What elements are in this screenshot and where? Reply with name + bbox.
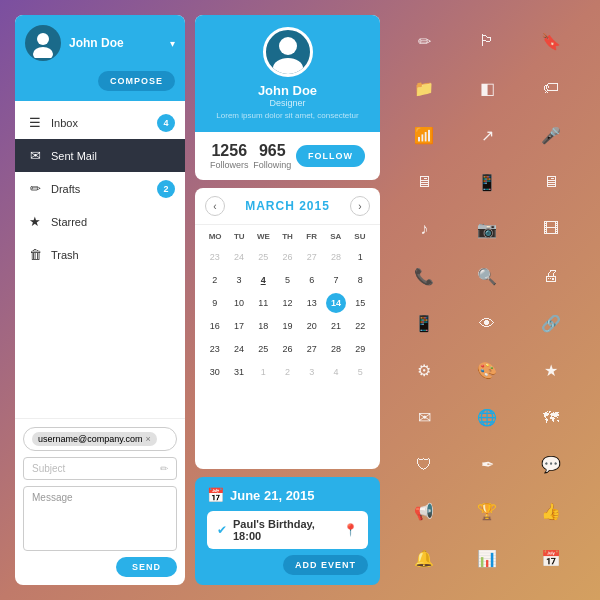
cal-day[interactable]: 16	[205, 316, 225, 336]
monitor-icon[interactable]: 🖥	[395, 161, 453, 203]
phone-icon[interactable]: 📞	[395, 255, 453, 297]
microphone-icon[interactable]: 🎤	[522, 114, 580, 156]
cal-day[interactable]: 2	[205, 270, 225, 290]
follow-button[interactable]: FOLLOW	[296, 145, 365, 167]
link-icon[interactable]: 🔗	[522, 302, 580, 344]
tag-icon[interactable]: 🏷	[522, 67, 580, 109]
cal-day[interactable]: 11	[253, 293, 273, 313]
calendar-prev-button[interactable]: ‹	[205, 196, 225, 216]
paint-icon[interactable]: 🎨	[458, 350, 516, 392]
cal-day[interactable]: 26	[277, 339, 297, 359]
film-icon[interactable]: 🎞	[522, 208, 580, 250]
chart-icon[interactable]: 📊	[458, 538, 516, 580]
calendar-next-button[interactable]: ›	[350, 196, 370, 216]
cal-day[interactable]: 31	[229, 362, 249, 382]
cal-day[interactable]: 8	[350, 270, 370, 290]
music-icon[interactable]: ♪	[395, 208, 453, 250]
sidebar-item-drafts[interactable]: ✏ Drafts 2	[15, 172, 185, 205]
cal-day[interactable]: 23	[205, 247, 225, 267]
eye-icon[interactable]: 👁	[458, 302, 516, 344]
cal-day[interactable]: 2	[277, 362, 297, 382]
camera-icon[interactable]: 📷	[458, 208, 516, 250]
cal-day[interactable]: 21	[326, 316, 346, 336]
cal-day[interactable]: 22	[350, 316, 370, 336]
cal-day[interactable]: 25	[253, 339, 273, 359]
globe-icon[interactable]: 🌐	[458, 397, 516, 439]
subject-field[interactable]: Subject ✏	[23, 457, 177, 480]
cal-day[interactable]: 28	[326, 247, 346, 267]
calendar-icon[interactable]: 📅	[522, 538, 580, 580]
cal-day[interactable]: 29	[350, 339, 370, 359]
sidebar-item-inbox[interactable]: ☰ Inbox 4	[15, 106, 185, 139]
gear-icon[interactable]: ⚙	[395, 350, 453, 392]
profile-header: John Doe Designer Lorem ipsum dolor sit …	[195, 15, 380, 132]
cal-day[interactable]: 6	[302, 270, 322, 290]
mobile-icon[interactable]: 📱	[395, 302, 453, 344]
cal-day[interactable]: 20	[302, 316, 322, 336]
thumbsup-icon[interactable]: 👍	[522, 491, 580, 533]
to-field[interactable]: username@company.com ×	[23, 427, 177, 451]
sidebar-item-starred[interactable]: ★ Starred	[15, 205, 185, 238]
cal-day[interactable]: 24	[229, 339, 249, 359]
bell-icon[interactable]: 🔔	[395, 538, 453, 580]
pen-icon[interactable]: ✒	[458, 444, 516, 486]
cal-day[interactable]: 28	[326, 339, 346, 359]
layers-icon[interactable]: ◧	[458, 67, 516, 109]
cal-day[interactable]: 18	[253, 316, 273, 336]
cal-day[interactable]: 19	[277, 316, 297, 336]
cal-day[interactable]: 17	[229, 316, 249, 336]
svg-point-3	[273, 58, 303, 74]
cal-day[interactable]: 23	[205, 339, 225, 359]
folder-icon[interactable]: 📁	[395, 67, 453, 109]
cal-day[interactable]: 4	[253, 270, 273, 290]
inbox-label: Inbox	[51, 117, 78, 129]
cal-day[interactable]: 7	[326, 270, 346, 290]
sidebar-item-trash[interactable]: 🗑 Trash	[15, 238, 185, 271]
cal-day[interactable]: 3	[229, 270, 249, 290]
star-icon[interactable]: ★	[522, 350, 580, 392]
pencil-icon[interactable]: ✏	[395, 20, 453, 62]
envelope-icon[interactable]: ✉	[395, 397, 453, 439]
flag-icon[interactable]: 🏳	[458, 20, 516, 62]
day-label-su: SU	[348, 230, 372, 243]
cal-day[interactable]: 1	[350, 247, 370, 267]
cal-day[interactable]: 5	[350, 362, 370, 382]
send-button[interactable]: SEND	[116, 557, 177, 577]
quote-icon[interactable]: 💬	[522, 444, 580, 486]
search-icon[interactable]: 🔍	[458, 255, 516, 297]
shield-icon[interactable]: 🛡	[395, 444, 453, 486]
cal-day[interactable]: 13	[302, 293, 322, 313]
printer-icon[interactable]: 🖨	[522, 255, 580, 297]
cal-day[interactable]: 9	[205, 293, 225, 313]
cal-day[interactable]: 10	[229, 293, 249, 313]
cal-day[interactable]: 26	[277, 247, 297, 267]
cal-day[interactable]: 12	[277, 293, 297, 313]
sidebar-item-sent[interactable]: ✉ Sent Mail	[15, 139, 185, 172]
cal-day[interactable]: 5	[277, 270, 297, 290]
cal-day[interactable]: 24	[229, 247, 249, 267]
map-icon[interactable]: 🗺	[522, 397, 580, 439]
bookmark-icon[interactable]: 🔖	[522, 20, 580, 62]
share-icon[interactable]: ↗	[458, 114, 516, 156]
event-location-icon: 📍	[343, 523, 358, 537]
tablet-icon[interactable]: 📱	[458, 161, 516, 203]
chevron-down-icon[interactable]: ▾	[170, 38, 175, 49]
trophy-icon[interactable]: 🏆	[458, 491, 516, 533]
message-field[interactable]: Message	[23, 486, 177, 551]
compose-button[interactable]: COMPOSE	[98, 71, 175, 91]
cal-day[interactable]: 3	[302, 362, 322, 382]
cal-day[interactable]: 4	[326, 362, 346, 382]
cal-day-today[interactable]: 14	[326, 293, 346, 313]
cal-day[interactable]: 30	[205, 362, 225, 382]
event-item[interactable]: ✔ Paul's Birthday, 18:00 📍	[207, 511, 368, 549]
cal-day[interactable]: 27	[302, 339, 322, 359]
desktop-icon[interactable]: 🖥	[522, 161, 580, 203]
remove-tag-icon[interactable]: ×	[146, 434, 151, 444]
cal-day[interactable]: 25	[253, 247, 273, 267]
cal-day[interactable]: 15	[350, 293, 370, 313]
cal-day[interactable]: 1	[253, 362, 273, 382]
wifi-icon[interactable]: 📶	[395, 114, 453, 156]
add-event-button[interactable]: ADD EVENT	[283, 555, 368, 575]
speaker-icon[interactable]: 📢	[395, 491, 453, 533]
cal-day[interactable]: 27	[302, 247, 322, 267]
